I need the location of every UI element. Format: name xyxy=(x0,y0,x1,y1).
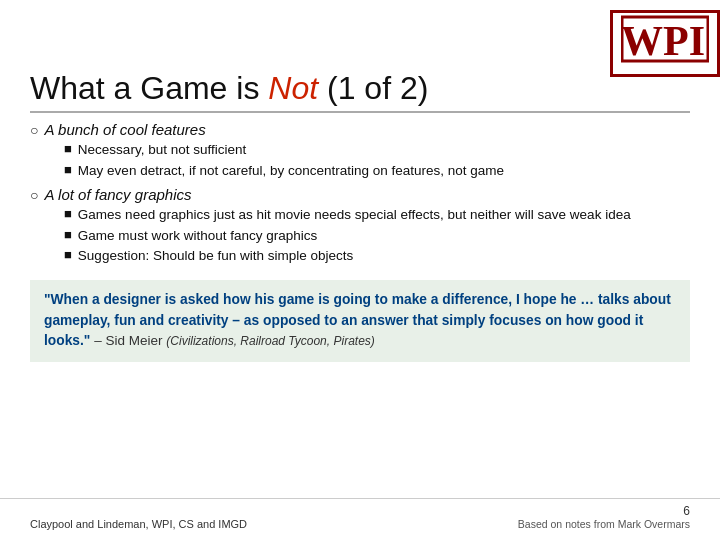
slide-footer: Claypool and Lindeman, WPI, CS and IMGD … xyxy=(0,498,720,530)
footer-notes-credit: Based on notes from Mark Overmars xyxy=(518,518,690,530)
bullet-2-text: A lot of fancy graphics xyxy=(44,186,191,203)
sub-bullet-2-2: ■ Game must work without fancy graphics xyxy=(64,226,690,246)
bullet-1: ○ A bunch of cool features xyxy=(30,121,690,138)
sub-bullet-1-1: ■ Necessary, but not sufficient xyxy=(64,140,690,160)
slide: WPI What a Game is Not (1 of 2) ○ A bunc… xyxy=(0,0,720,540)
bullet-2-icon: ○ xyxy=(30,187,38,203)
sub-bullet-1-2: ■ May even detract, if not careful, by c… xyxy=(64,161,690,181)
sub-bullet-2-2-text: Game must work without fancy graphics xyxy=(78,226,317,246)
sub-bullet-2-2-icon: ■ xyxy=(64,227,72,242)
sub-bullet-2-1: ■ Games need graphics just as hit movie … xyxy=(64,205,690,225)
quote-block: "When a designer is asked how his game i… xyxy=(30,280,690,362)
sub-bullet-2-1-text: Games need graphics just as hit movie ne… xyxy=(78,205,631,225)
svg-text:WPI: WPI xyxy=(621,18,705,63)
slide-title: What a Game is Not (1 of 2) xyxy=(30,70,690,113)
footer-right: 6 Based on notes from Mark Overmars xyxy=(518,504,690,530)
sub-bullet-2-1-icon: ■ xyxy=(64,206,72,221)
footer-left-text: Claypool and Lindeman, WPI, CS and IMGD xyxy=(30,518,247,530)
content-area: ○ A bunch of cool features ■ Necessary, … xyxy=(30,121,690,266)
sub-bullet-1-1-icon: ■ xyxy=(64,141,72,156)
sub-bullet-2-3-icon: ■ xyxy=(64,247,72,262)
footer-page-number: 6 xyxy=(683,504,690,518)
wpi-logo: WPI xyxy=(610,10,720,77)
bullet-1-icon: ○ xyxy=(30,122,38,138)
wpi-logo-area: WPI xyxy=(610,10,700,62)
sub-bullet-1-2-icon: ■ xyxy=(64,162,72,177)
bullet-1-text: A bunch of cool features xyxy=(44,121,205,138)
title-suffix: (1 of 2) xyxy=(318,70,428,106)
sub-bullet-2-3-text: Suggestion: Should be fun with simple ob… xyxy=(78,246,353,266)
quote-attribution-italic: (Civilizations, Railroad Tycoon, Pirates… xyxy=(166,334,375,348)
sub-bullet-1-2-text: May even detract, if not careful, by con… xyxy=(78,161,504,181)
sub-bullet-1-1-text: Necessary, but not sufficient xyxy=(78,140,246,160)
sub-bullet-2-3: ■ Suggestion: Should be fun with simple … xyxy=(64,246,690,266)
bullet-2-subs: ■ Games need graphics just as hit movie … xyxy=(64,205,690,266)
title-italic: Not xyxy=(268,70,318,106)
title-prefix: What a Game is xyxy=(30,70,268,106)
bullet-1-subs: ■ Necessary, but not sufficient ■ May ev… xyxy=(64,140,690,180)
quote-attribution: – Sid Meier xyxy=(90,333,162,348)
bullet-2: ○ A lot of fancy graphics xyxy=(30,186,690,203)
